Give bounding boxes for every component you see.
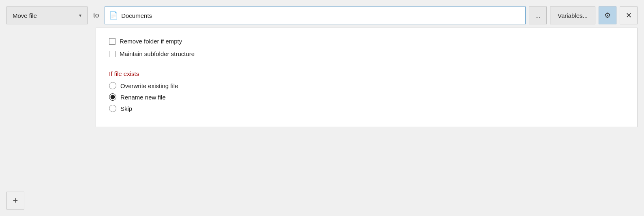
remove-folder-checkbox-row[interactable]: Remove folder if empty — [109, 38, 624, 45]
browse-button[interactable]: ... — [529, 6, 547, 24]
variables-label: Variables... — [558, 12, 588, 19]
maintain-subfolder-checkbox-row[interactable]: Maintain subfolder structure — [109, 50, 624, 57]
file-icon: 📄 — [109, 11, 118, 20]
overwrite-radio[interactable] — [109, 82, 116, 89]
variables-button[interactable]: Variables... — [550, 6, 595, 24]
destination-input[interactable] — [121, 12, 521, 19]
ellipsis-label: ... — [535, 12, 541, 19]
add-button[interactable]: + — [6, 192, 24, 210]
remove-folder-checkbox[interactable] — [109, 38, 116, 45]
settings-button[interactable]: ⚙ — [599, 6, 616, 24]
remove-folder-label: Remove folder if empty — [120, 38, 182, 45]
maintain-subfolder-checkbox[interactable] — [109, 51, 116, 57]
to-label: to — [91, 11, 101, 19]
if-file-exists-label: If file exists — [109, 70, 624, 77]
skip-radio[interactable] — [109, 105, 116, 112]
add-icon: + — [13, 195, 18, 206]
move-file-button[interactable]: Move file ▾ — [6, 6, 88, 24]
close-button[interactable]: ✕ — [620, 6, 638, 24]
section-divider — [109, 63, 624, 70]
skip-radio-row[interactable]: Skip — [109, 105, 624, 112]
file-exists-radio-group: Overwrite existing file Rename new file … — [109, 82, 624, 112]
rename-radio[interactable] — [109, 93, 116, 101]
overwrite-radio-row[interactable]: Overwrite existing file — [109, 82, 624, 89]
rename-radio-row[interactable]: Rename new file — [109, 93, 624, 101]
bottom-bar: + — [6, 127, 638, 210]
options-panel: Remove folder if empty Maintain subfolde… — [96, 28, 638, 127]
chevron-down-icon: ▾ — [79, 13, 81, 18]
toolbar-row: Move file ▾ to 📄 ... Variables... ⚙ ✕ — [6, 6, 638, 24]
gear-icon: ⚙ — [604, 11, 611, 20]
rename-label: Rename new file — [120, 94, 166, 101]
move-file-label: Move file — [13, 12, 37, 19]
close-icon: ✕ — [626, 11, 632, 20]
overwrite-label: Overwrite existing file — [120, 82, 178, 89]
destination-field[interactable]: 📄 — [105, 6, 526, 24]
maintain-subfolder-label: Maintain subfolder structure — [120, 50, 195, 57]
skip-label: Skip — [120, 105, 132, 112]
